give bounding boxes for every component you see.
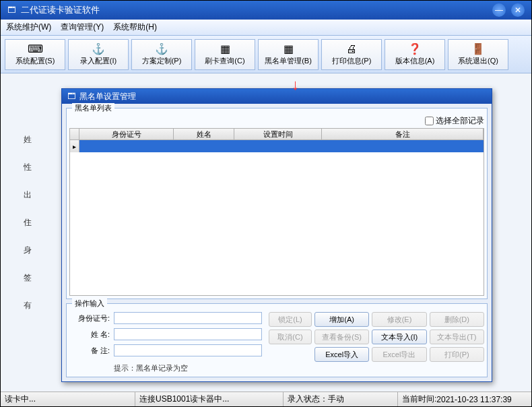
cancel-button: 取消(C) xyxy=(269,330,312,344)
view-backup-button: 查看备份(S) xyxy=(314,330,369,344)
table-body[interactable]: ▸ xyxy=(69,140,484,296)
minimize-button[interactable]: — xyxy=(492,3,506,17)
select-all-checkbox[interactable] xyxy=(425,117,434,125)
table-header: 身份证号 姓名 设置时间 备注 xyxy=(69,128,484,140)
text-import-button[interactable]: 文本导入(I) xyxy=(372,330,426,344)
excel-export-button: Excel导出 xyxy=(372,347,426,362)
col-name[interactable]: 姓名 xyxy=(174,129,234,139)
input-group-title: 操作输入 xyxy=(72,299,107,309)
close-button[interactable]: ✕ xyxy=(511,3,525,17)
grid-icon: ▦ xyxy=(218,43,232,55)
keyboard-icon: ⌨ xyxy=(28,43,42,55)
printer-icon: 🖨 xyxy=(344,43,359,55)
list-groupbox: 黑名单列表 选择全部记录 身份证号 姓名 设置时间 备注 ▸ xyxy=(66,108,488,299)
toolbar-print[interactable]: 🖨打印信息(P) xyxy=(321,39,382,70)
grid-icon: ▦ xyxy=(281,43,296,55)
toolbar-system-config[interactable]: ⌨系统配置(S) xyxy=(5,39,65,70)
background-labels: 姓 性 出 住 身 签 有 xyxy=(24,134,32,311)
toolbar: ⌨系统配置(S) ⚓录入配置(I) ⚓方案定制(P) ▦刷卡查询(C) ▦黑名单… xyxy=(1,36,531,73)
toolbar-blacklist[interactable]: ▦黑名单管理(B) xyxy=(258,39,319,70)
toolbar-exit[interactable]: 🚪系统退出(Q) xyxy=(448,39,508,70)
anchor-icon: ⚓ xyxy=(91,43,106,55)
menu-system[interactable]: 系统维护(W) xyxy=(6,22,51,33)
hint-text: 提示：黑名单记录为空 xyxy=(114,363,262,373)
add-button[interactable]: 增加(A) xyxy=(314,312,369,327)
app-icon: 🗔 xyxy=(7,5,15,15)
dialog-titlebar[interactable]: 🗔 黑名单设置管理 xyxy=(62,89,492,104)
table-row[interactable]: ▸ xyxy=(70,140,484,152)
toolbar-scheme-custom[interactable]: ⚓方案定制(P) xyxy=(131,39,192,70)
label-note: 备 注: xyxy=(69,346,110,356)
print-button: 打印(P) xyxy=(430,347,484,362)
input-id[interactable] xyxy=(114,312,262,324)
dialog-title-text: 黑名单设置管理 xyxy=(79,91,136,102)
label-id: 身份证号: xyxy=(69,313,110,323)
anchor-icon: ⚓ xyxy=(154,43,169,55)
menu-help[interactable]: 系统帮助(H) xyxy=(113,22,157,33)
col-note[interactable]: 备注 xyxy=(322,129,484,139)
label-name: 姓 名: xyxy=(69,330,110,340)
col-id[interactable]: 身份证号 xyxy=(79,129,174,139)
blacklist-dialog: 🗔 黑名单设置管理 黑名单列表 选择全部记录 身份证号 姓名 设置时间 备注 xyxy=(61,88,492,382)
door-icon: 🚪 xyxy=(471,43,486,55)
statusbar: 读卡中... 连接USB1001读卡器中... 录入状态：手动 当前时间:202… xyxy=(1,392,531,406)
dialog-icon: 🗔 xyxy=(67,92,75,101)
select-all-label: 选择全部记录 xyxy=(436,115,484,127)
lock-button: 锁定(L) xyxy=(269,312,312,327)
menubar: 系统维护(W) 查询管理(Y) 系统帮助(H) xyxy=(1,20,531,36)
workspace: 姓 性 出 住 身 签 有 🗔 黑名单设置管理 黑名单列表 选择全部记录 xyxy=(1,73,531,392)
input-groupbox: 操作输入 身份证号: 姓 名: 备 注: 提示：黑名单记录为空 xyxy=(66,303,488,377)
main-titlebar: 🗔 二代证读卡验证软件 — ✕ xyxy=(1,1,531,20)
window-title: 二代证读卡验证软件 xyxy=(21,4,492,16)
row-pointer-icon: ▸ xyxy=(70,140,79,152)
input-note[interactable] xyxy=(114,344,262,356)
list-group-title: 黑名单列表 xyxy=(72,103,114,113)
row-handle-header xyxy=(70,129,79,139)
menu-query[interactable]: 查询管理(Y) xyxy=(61,22,104,33)
toolbar-card-query[interactable]: ▦刷卡查询(C) xyxy=(195,39,255,70)
status-connection: 连接USB1001读卡器中... xyxy=(135,392,284,406)
excel-import-button[interactable]: Excel导入 xyxy=(314,347,369,362)
text-export-button: 文本导出(T) xyxy=(430,330,484,344)
input-name[interactable] xyxy=(114,328,262,340)
delete-button: 删除(D) xyxy=(430,312,484,327)
status-reader: 读卡中... xyxy=(1,392,135,406)
help-icon: ❓ xyxy=(407,43,422,55)
toolbar-version[interactable]: ❓版本信息(A) xyxy=(385,39,445,70)
edit-button: 修改(E) xyxy=(372,312,426,327)
toolbar-input-config[interactable]: ⚓录入配置(I) xyxy=(68,39,129,70)
status-mode: 录入状态：手动 xyxy=(284,392,398,406)
status-time: 当前时间:2021-10-23 11:37:39 xyxy=(398,392,531,406)
col-time[interactable]: 设置时间 xyxy=(234,129,322,139)
